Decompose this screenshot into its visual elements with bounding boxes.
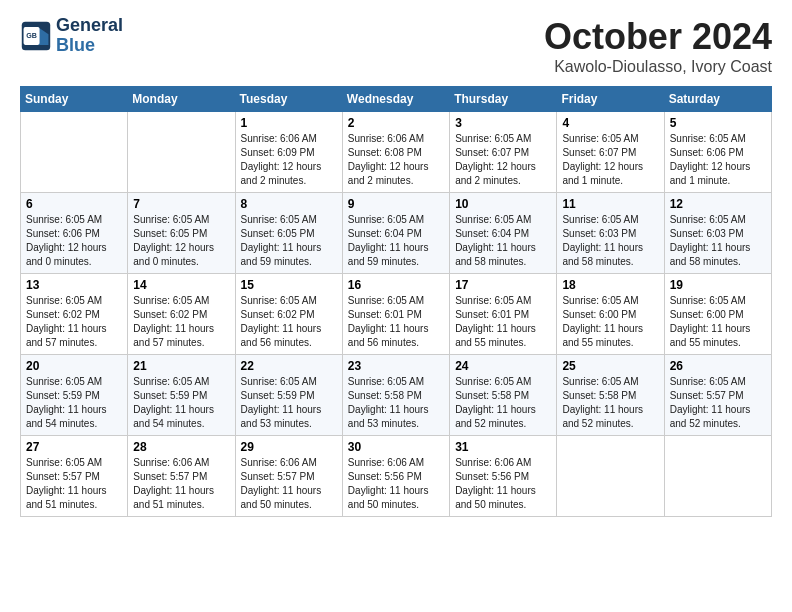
calendar-cell: 22Sunrise: 6:05 AMSunset: 5:59 PMDayligh… xyxy=(235,355,342,436)
week-row-1: 1Sunrise: 6:06 AMSunset: 6:09 PMDaylight… xyxy=(21,112,772,193)
day-info: Sunrise: 6:06 AMSunset: 5:57 PMDaylight:… xyxy=(133,456,229,512)
header-day-sunday: Sunday xyxy=(21,87,128,112)
header-day-wednesday: Wednesday xyxy=(342,87,449,112)
calendar-cell: 17Sunrise: 6:05 AMSunset: 6:01 PMDayligh… xyxy=(450,274,557,355)
day-info: Sunrise: 6:05 AMSunset: 6:06 PMDaylight:… xyxy=(26,213,122,269)
day-info: Sunrise: 6:05 AMSunset: 5:59 PMDaylight:… xyxy=(241,375,337,431)
calendar-cell: 13Sunrise: 6:05 AMSunset: 6:02 PMDayligh… xyxy=(21,274,128,355)
day-info: Sunrise: 6:05 AMSunset: 6:06 PMDaylight:… xyxy=(670,132,766,188)
header-day-saturday: Saturday xyxy=(664,87,771,112)
day-number: 23 xyxy=(348,359,444,373)
header-day-friday: Friday xyxy=(557,87,664,112)
day-number: 22 xyxy=(241,359,337,373)
calendar-cell xyxy=(557,436,664,517)
calendar-cell: 12Sunrise: 6:05 AMSunset: 6:03 PMDayligh… xyxy=(664,193,771,274)
day-info: Sunrise: 6:05 AMSunset: 5:59 PMDaylight:… xyxy=(26,375,122,431)
calendar-cell: 30Sunrise: 6:06 AMSunset: 5:56 PMDayligh… xyxy=(342,436,449,517)
day-info: Sunrise: 6:05 AMSunset: 5:58 PMDaylight:… xyxy=(455,375,551,431)
location-title: Kawolo-Dioulasso, Ivory Coast xyxy=(544,58,772,76)
calendar-cell: 14Sunrise: 6:05 AMSunset: 6:02 PMDayligh… xyxy=(128,274,235,355)
day-info: Sunrise: 6:05 AMSunset: 6:04 PMDaylight:… xyxy=(455,213,551,269)
calendar-cell: 26Sunrise: 6:05 AMSunset: 5:57 PMDayligh… xyxy=(664,355,771,436)
day-info: Sunrise: 6:05 AMSunset: 6:03 PMDaylight:… xyxy=(562,213,658,269)
day-number: 12 xyxy=(670,197,766,211)
svg-text:GB: GB xyxy=(26,32,37,40)
calendar-cell: 27Sunrise: 6:05 AMSunset: 5:57 PMDayligh… xyxy=(21,436,128,517)
day-info: Sunrise: 6:05 AMSunset: 5:57 PMDaylight:… xyxy=(670,375,766,431)
calendar-cell xyxy=(128,112,235,193)
day-number: 13 xyxy=(26,278,122,292)
calendar-cell: 4Sunrise: 6:05 AMSunset: 6:07 PMDaylight… xyxy=(557,112,664,193)
logo-text: General Blue xyxy=(56,16,123,56)
day-info: Sunrise: 6:05 AMSunset: 5:58 PMDaylight:… xyxy=(348,375,444,431)
calendar-cell: 6Sunrise: 6:05 AMSunset: 6:06 PMDaylight… xyxy=(21,193,128,274)
day-number: 31 xyxy=(455,440,551,454)
header: GB General Blue October 2024 Kawolo-Diou… xyxy=(20,16,772,76)
day-info: Sunrise: 6:05 AMSunset: 6:02 PMDaylight:… xyxy=(26,294,122,350)
calendar-cell: 29Sunrise: 6:06 AMSunset: 5:57 PMDayligh… xyxy=(235,436,342,517)
calendar-cell: 3Sunrise: 6:05 AMSunset: 6:07 PMDaylight… xyxy=(450,112,557,193)
day-info: Sunrise: 6:06 AMSunset: 6:09 PMDaylight:… xyxy=(241,132,337,188)
day-number: 4 xyxy=(562,116,658,130)
day-number: 29 xyxy=(241,440,337,454)
day-info: Sunrise: 6:05 AMSunset: 6:02 PMDaylight:… xyxy=(241,294,337,350)
day-number: 9 xyxy=(348,197,444,211)
day-info: Sunrise: 6:05 AMSunset: 6:05 PMDaylight:… xyxy=(133,213,229,269)
logo: GB General Blue xyxy=(20,16,123,56)
page: GB General Blue October 2024 Kawolo-Diou… xyxy=(0,0,792,533)
day-number: 30 xyxy=(348,440,444,454)
logo-line1: General xyxy=(56,16,123,36)
calendar-cell: 8Sunrise: 6:05 AMSunset: 6:05 PMDaylight… xyxy=(235,193,342,274)
day-number: 24 xyxy=(455,359,551,373)
day-info: Sunrise: 6:05 AMSunset: 6:01 PMDaylight:… xyxy=(348,294,444,350)
day-info: Sunrise: 6:05 AMSunset: 6:00 PMDaylight:… xyxy=(670,294,766,350)
day-info: Sunrise: 6:05 AMSunset: 6:05 PMDaylight:… xyxy=(241,213,337,269)
week-row-4: 20Sunrise: 6:05 AMSunset: 5:59 PMDayligh… xyxy=(21,355,772,436)
day-number: 5 xyxy=(670,116,766,130)
day-info: Sunrise: 6:06 AMSunset: 5:56 PMDaylight:… xyxy=(455,456,551,512)
day-info: Sunrise: 6:06 AMSunset: 5:56 PMDaylight:… xyxy=(348,456,444,512)
day-info: Sunrise: 6:06 AMSunset: 6:08 PMDaylight:… xyxy=(348,132,444,188)
month-title: October 2024 xyxy=(544,16,772,58)
calendar-cell: 28Sunrise: 6:06 AMSunset: 5:57 PMDayligh… xyxy=(128,436,235,517)
day-number: 20 xyxy=(26,359,122,373)
calendar-cell: 1Sunrise: 6:06 AMSunset: 6:09 PMDaylight… xyxy=(235,112,342,193)
day-info: Sunrise: 6:05 AMSunset: 5:59 PMDaylight:… xyxy=(133,375,229,431)
calendar-cell: 15Sunrise: 6:05 AMSunset: 6:02 PMDayligh… xyxy=(235,274,342,355)
calendar-cell: 2Sunrise: 6:06 AMSunset: 6:08 PMDaylight… xyxy=(342,112,449,193)
calendar-cell: 5Sunrise: 6:05 AMSunset: 6:06 PMDaylight… xyxy=(664,112,771,193)
day-info: Sunrise: 6:05 AMSunset: 6:02 PMDaylight:… xyxy=(133,294,229,350)
calendar-cell: 19Sunrise: 6:05 AMSunset: 6:00 PMDayligh… xyxy=(664,274,771,355)
day-number: 18 xyxy=(562,278,658,292)
day-number: 6 xyxy=(26,197,122,211)
calendar-cell: 9Sunrise: 6:05 AMSunset: 6:04 PMDaylight… xyxy=(342,193,449,274)
day-number: 25 xyxy=(562,359,658,373)
title-block: October 2024 Kawolo-Dioulasso, Ivory Coa… xyxy=(544,16,772,76)
day-number: 3 xyxy=(455,116,551,130)
calendar-cell xyxy=(664,436,771,517)
calendar-cell: 25Sunrise: 6:05 AMSunset: 5:58 PMDayligh… xyxy=(557,355,664,436)
calendar-cell: 24Sunrise: 6:05 AMSunset: 5:58 PMDayligh… xyxy=(450,355,557,436)
calendar-cell xyxy=(21,112,128,193)
header-row: SundayMondayTuesdayWednesdayThursdayFrid… xyxy=(21,87,772,112)
day-number: 26 xyxy=(670,359,766,373)
day-info: Sunrise: 6:05 AMSunset: 5:58 PMDaylight:… xyxy=(562,375,658,431)
day-info: Sunrise: 6:05 AMSunset: 6:01 PMDaylight:… xyxy=(455,294,551,350)
calendar-body: 1Sunrise: 6:06 AMSunset: 6:09 PMDaylight… xyxy=(21,112,772,517)
day-number: 15 xyxy=(241,278,337,292)
day-number: 7 xyxy=(133,197,229,211)
header-day-monday: Monday xyxy=(128,87,235,112)
logo-line2: Blue xyxy=(56,36,123,56)
calendar-cell: 20Sunrise: 6:05 AMSunset: 5:59 PMDayligh… xyxy=(21,355,128,436)
week-row-3: 13Sunrise: 6:05 AMSunset: 6:02 PMDayligh… xyxy=(21,274,772,355)
day-info: Sunrise: 6:05 AMSunset: 6:04 PMDaylight:… xyxy=(348,213,444,269)
calendar-cell: 31Sunrise: 6:06 AMSunset: 5:56 PMDayligh… xyxy=(450,436,557,517)
calendar-table: SundayMondayTuesdayWednesdayThursdayFrid… xyxy=(20,86,772,517)
day-number: 17 xyxy=(455,278,551,292)
day-number: 2 xyxy=(348,116,444,130)
calendar-cell: 21Sunrise: 6:05 AMSunset: 5:59 PMDayligh… xyxy=(128,355,235,436)
day-number: 16 xyxy=(348,278,444,292)
day-info: Sunrise: 6:05 AMSunset: 6:00 PMDaylight:… xyxy=(562,294,658,350)
calendar-cell: 23Sunrise: 6:05 AMSunset: 5:58 PMDayligh… xyxy=(342,355,449,436)
week-row-2: 6Sunrise: 6:05 AMSunset: 6:06 PMDaylight… xyxy=(21,193,772,274)
